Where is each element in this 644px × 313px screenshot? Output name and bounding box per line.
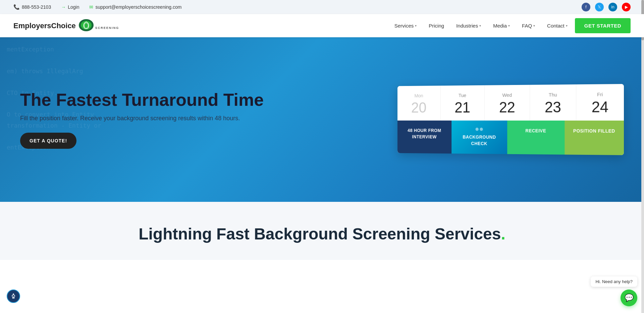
nav-faq-label: FAQ [522, 23, 532, 29]
logo-text-choice: Choice [51, 21, 76, 30]
top-bar: 📞 888-553-2103 → Login ✉ support@employe… [0, 0, 644, 14]
login-item[interactable]: → Login [61, 4, 79, 10]
scrollbar[interactable] [641, 0, 644, 260]
nav-services-label: Services [394, 23, 414, 29]
nav-services[interactable]: Services ▾ [390, 20, 422, 31]
cal-day-name-wed: Wed [490, 92, 525, 98]
top-bar-left: 📞 888-553-2103 → Login ✉ support@employe… [13, 4, 181, 10]
phone-number: 888-553-2103 [22, 4, 51, 10]
get-quote-button[interactable]: GET A QUOTE! [20, 133, 76, 149]
step-receive: RECEIVE [507, 121, 565, 155]
nav-industries[interactable]: Industries ▾ [451, 20, 486, 31]
bottom-title-dot: . [501, 225, 505, 243]
hero-content: The Fastest Turnaround Time Fill the pos… [20, 90, 382, 149]
cal-day-name-mon: Mon [402, 93, 435, 98]
calendar-footer: 48 HOUR FROM INTERVIEW BACKGROUND CHECK … [397, 121, 624, 155]
email-icon: ✉ [89, 4, 93, 10]
logo-icon [78, 18, 95, 33]
nav-links: Services ▾ Pricing Industries ▾ Media ▾ … [390, 18, 631, 33]
step-interview-label: 48 HOUR FROM INTERVIEW [408, 128, 441, 139]
nav-faq[interactable]: FAQ ▾ [517, 20, 540, 31]
nav-media[interactable]: Media ▾ [488, 20, 515, 31]
calendar-widget: Mon 20 Tue 21 Wed 22 Thu 23 Fri 24 [397, 84, 624, 155]
cal-day-num-mon: 20 [402, 100, 435, 115]
calendar-day-tue: Tue 21 [441, 85, 485, 121]
services-chevron-icon: ▾ [415, 24, 417, 28]
nav-contact[interactable]: Contact ▾ [542, 20, 572, 31]
bottom-section: Lightning Fast Background Screening Serv… [0, 202, 644, 260]
step-interview: 48 HOUR FROM INTERVIEW [397, 121, 451, 154]
login-label[interactable]: Login [68, 4, 79, 10]
bottom-title: Lightning Fast Background Screening Serv… [20, 225, 624, 243]
cal-day-num-thu: 23 [535, 99, 571, 115]
nav-pricing-label: Pricing [429, 23, 444, 29]
faq-chevron-icon: ▾ [533, 24, 535, 28]
twitter-icon[interactable]: 𝕏 [595, 3, 604, 11]
dot2 [480, 128, 483, 131]
contact-chevron-icon: ▾ [566, 24, 568, 28]
youtube-icon[interactable]: ▶ [622, 3, 631, 11]
linkedin-icon[interactable]: in [608, 3, 617, 11]
calendar-day-mon: Mon 20 [397, 86, 441, 121]
calendar-day-thu: Thu 23 [530, 84, 576, 121]
hero-subtitle: Fill the position faster. Receive your b… [20, 115, 382, 122]
step-background-check: BACKGROUND CHECK [451, 121, 507, 154]
email-address: support@employerschoicescreening.com [95, 4, 181, 10]
cal-day-name-fri: Fri [582, 91, 619, 97]
calendar-header: Mon 20 Tue 21 Wed 22 Thu 23 Fri 24 [397, 84, 624, 121]
logo-screening-text: SCREENING [95, 26, 119, 30]
logo-svg [78, 18, 95, 32]
cal-day-num-fri: 24 [582, 99, 619, 115]
email-item[interactable]: ✉ support@employerschoicescreening.com [89, 4, 181, 10]
industries-chevron-icon: ▾ [479, 24, 481, 28]
calendar-day-wed: Wed 22 [485, 85, 530, 121]
nav-contact-label: Contact [547, 23, 565, 29]
logo-text: EmployersChoice [13, 21, 76, 30]
facebook-icon[interactable]: f [582, 3, 590, 11]
dot1 [476, 128, 479, 131]
step2-dots [476, 128, 483, 131]
login-arrow-icon: → [61, 4, 66, 10]
bottom-title-text: Lightning Fast Background Screening Serv… [139, 225, 501, 243]
calendar-day-fri: Fri 24 [576, 84, 624, 121]
hero-title: The Fastest Turnaround Time [20, 90, 382, 109]
svg-point-1 [81, 21, 92, 30]
cal-day-name-thu: Thu [535, 92, 571, 97]
cal-day-name-tue: Tue [445, 92, 479, 98]
logo[interactable]: EmployersChoice SCREENING [13, 18, 119, 33]
navbar: EmployersChoice SCREENING Services ▾ Pri… [0, 14, 644, 37]
step-receive-label: RECEIVE [525, 128, 546, 133]
nav-industries-label: Industries [456, 23, 478, 29]
phone-icon: 📞 [13, 4, 20, 10]
media-chevron-icon: ▾ [508, 24, 510, 28]
step-position-label: POSITION FILLED [573, 128, 615, 134]
get-started-button[interactable]: GET STARTED [575, 18, 631, 33]
hero-section: mentException em) throws IllegalArg CTO … [0, 37, 644, 202]
logo-text-employers: Employers [13, 21, 51, 30]
nav-media-label: Media [493, 23, 507, 29]
cal-day-num-wed: 22 [490, 99, 525, 115]
social-icons: f 𝕏 in ▶ [582, 3, 631, 11]
phone-item[interactable]: 📞 888-553-2103 [13, 4, 51, 10]
nav-pricing[interactable]: Pricing [424, 20, 449, 31]
step-position-filled: POSITION FILLED [565, 121, 624, 155]
step-background-label: BACKGROUND CHECK [457, 134, 502, 147]
cal-day-num-tue: 21 [445, 100, 479, 115]
